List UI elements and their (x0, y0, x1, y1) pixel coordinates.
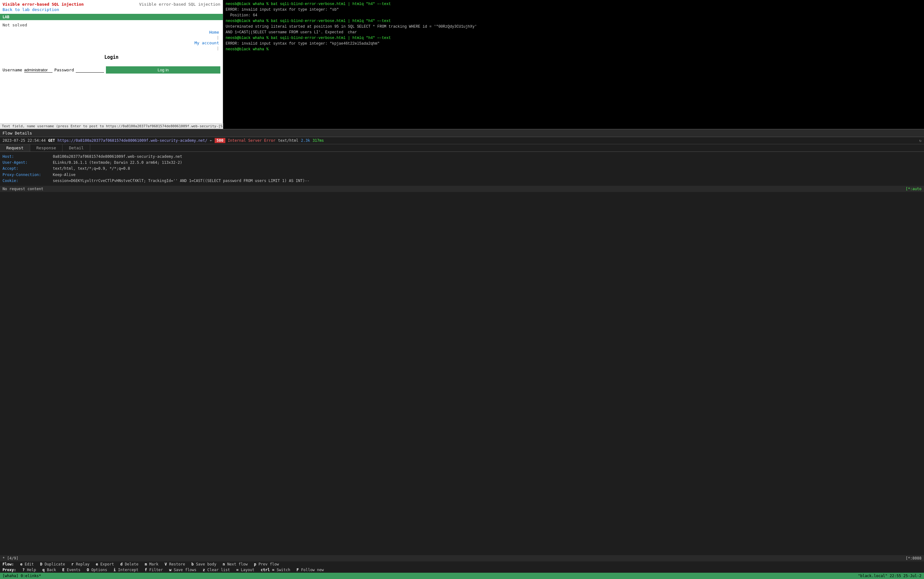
tmux-time: "black.local" 22:55 25-Jul-2 (858, 574, 921, 578)
options-action[interactable]: O Options (87, 568, 107, 572)
lab-title-left: Visible error-based SQL injection (3, 2, 83, 7)
flow-request-content: Host: 0a8100a20377af0681574de80061009f.w… (0, 152, 924, 186)
terminal-line-5: Unterminated string literal started at p… (226, 24, 921, 29)
flow-count: * [4/9] (3, 556, 18, 561)
delete-action[interactable]: d Delete (120, 562, 139, 566)
cookie-value: session=D6EKYLyxltrrCveCTlPvHNstveCfXKlT… (53, 178, 309, 184)
host-key: Host: (3, 154, 53, 160)
lab-title-right: Visible error-based SQL injection (139, 2, 220, 7)
replay-action[interactable]: r Replay (71, 562, 90, 566)
terminal-line-2: ERROR: invalid input syntax for type int… (226, 7, 921, 13)
cookie-key: Cookie: (3, 178, 53, 184)
terminal-line-3: Position: 64 (226, 13, 921, 18)
proxy-conn-value: Keep-Alive (53, 172, 75, 178)
switch-action[interactable]: ctrl = Switch (261, 568, 291, 572)
flow-content-type: text/html (278, 138, 298, 143)
flow-timestamp: 2023-07-25 22:54:44 (3, 138, 46, 143)
browser-status-bar: Text field, name username (press Enter t… (0, 123, 223, 129)
accept-value: text/html, text/*;q=0.9, */*;q=0.8 (53, 166, 130, 172)
proxy-label: Proxy: (3, 568, 16, 572)
save-body-action[interactable]: b Save body (191, 562, 217, 566)
help-action[interactable]: ? Help (22, 568, 36, 572)
mark-action[interactable]: m Mark (145, 562, 158, 566)
flow-status-text: Internal Server Error (228, 138, 276, 143)
port-indicator: [*:8088 (906, 556, 921, 561)
login-button[interactable]: Log in (106, 66, 220, 74)
events-action[interactable]: E Events (62, 568, 80, 572)
flow-url: https://0a8100a20377af0681574de80061009f… (57, 138, 207, 143)
terminal-line-8: ERROR: invalid input syntax for type int… (226, 41, 921, 46)
no-request-label: No request content (3, 187, 43, 191)
home-link[interactable]: Home (209, 30, 219, 34)
back-action[interactable]: q Back (42, 568, 56, 572)
lab-status: Not solved (0, 21, 223, 29)
tab-request[interactable]: Request (0, 144, 30, 152)
terminal-panel: neosb@black whaha % bat sqli-blind-error… (223, 0, 924, 129)
filter-action[interactable]: f Filter (145, 568, 163, 572)
terminal-line-4: neosb@black whaha % bat sqli-blind-error… (226, 18, 921, 24)
username-input[interactable] (24, 67, 52, 73)
edit-action[interactable]: e Edit (20, 562, 34, 566)
restore-action[interactable]: V Restore (165, 562, 185, 566)
username-label: Username (3, 67, 22, 72)
login-form: Username Password Log in (0, 65, 223, 75)
next-flow-action[interactable]: n Next flow (222, 562, 248, 566)
flow-meta-bar: 2023-07-25 22:54:44 GET https://0a8100a2… (0, 137, 924, 144)
no-request-bar: No request content [*:auto (0, 186, 924, 192)
accept-key: Accept: (3, 166, 53, 172)
intercept-action[interactable]: i Intercept (113, 568, 139, 572)
host-value: 0a8100a20377af0681574de80061009f.web-sec… (53, 154, 182, 160)
save-flows-action[interactable]: w Save flows (169, 568, 196, 572)
nav-divider-2: | (217, 46, 219, 51)
user-agent-value: ELinks/0.16.1.1 (textmode; Darwin 22.5.0… (53, 160, 182, 166)
terminal-line-7: neosb@black whaha % bat sqli-blind-error… (226, 35, 921, 41)
flow-status-code: 500 (215, 138, 225, 143)
user-agent-key: User-Agent: (3, 160, 53, 166)
header-accept: Accept: text/html, text/*;q=0.9, */*;q=0… (3, 166, 921, 172)
header-host: Host: 0a8100a20377af0681574de80061009f.w… (3, 154, 921, 160)
tmux-session: [whaha] 0:elinks* (3, 574, 41, 578)
header-proxy-conn: Proxy-Connection: Keep-Alive (3, 172, 921, 178)
status-bar-count: * [4/9] [*:8088 (0, 555, 924, 561)
follow-action[interactable]: F Follow new (297, 568, 324, 572)
duplicate-action[interactable]: D Duplicate (40, 562, 65, 566)
flow-details-header: Flow Details (0, 129, 924, 137)
password-label: Password (54, 67, 74, 72)
flow-tabs: Request Response Detail (0, 144, 924, 152)
terminal-line-9: neosb@black whaha % (226, 46, 921, 52)
password-input[interactable] (76, 67, 104, 73)
my-account-link[interactable]: My account (194, 41, 219, 45)
lab-badge: LAB (0, 14, 223, 20)
flow-time: 317ms (312, 138, 324, 143)
tmux-status-bar: [whaha] 0:elinks* "black.local" 22:55 25… (0, 573, 924, 579)
flow-method: GET (48, 138, 55, 143)
login-title: Login (4, 54, 219, 60)
browser-panel: Visible error-based SQL injection Visibl… (0, 0, 223, 129)
proxy-actions-bar: Proxy: ? Help q Back E Events O Options … (0, 567, 924, 573)
bottom-bars: * [4/9] [*:8088 Flow: e Edit D Duplicate… (0, 555, 924, 579)
back-to-lab-link[interactable]: Back to lab description (0, 7, 223, 13)
layout-action[interactable]: = Layout (236, 568, 255, 572)
export-action[interactable]: e Export (96, 562, 114, 566)
auto-label: [*:auto (906, 187, 921, 191)
browser-nav: Home | My account | (0, 29, 223, 52)
flow-details-panel: Flow Details 2023-07-25 22:54:44 GET htt… (0, 129, 924, 563)
tab-detail[interactable]: Detail (62, 144, 90, 152)
header-user-agent: User-Agent: ELinks/0.16.1.1 (textmode; D… (3, 160, 921, 166)
nav-divider-1: | (217, 35, 219, 40)
flow-size: 2.3k (301, 138, 310, 143)
prev-flow-action[interactable]: p Prev flow (254, 562, 279, 566)
tab-response[interactable]: Response (30, 144, 63, 152)
header-cookie: Cookie: session=D6EKYLyxltrrCveCTlPvHNst… (3, 178, 921, 184)
flow-actions-bar: Flow: e Edit D Duplicate r Replay e Expo… (0, 561, 924, 567)
terminal-line-1: neosb@black whaha % bat sqli-blind-error… (226, 1, 921, 7)
lab-title-bar: Visible error-based SQL injection Visibl… (0, 0, 223, 7)
terminal-line-6: AND 1=CAST((SELECT username FROM users L… (226, 29, 921, 35)
flow-label: Flow: (3, 562, 14, 566)
proxy-conn-key: Proxy-Connection: (3, 172, 53, 178)
login-section: Login (0, 52, 223, 65)
clear-list-action[interactable]: z Clear list (203, 568, 230, 572)
